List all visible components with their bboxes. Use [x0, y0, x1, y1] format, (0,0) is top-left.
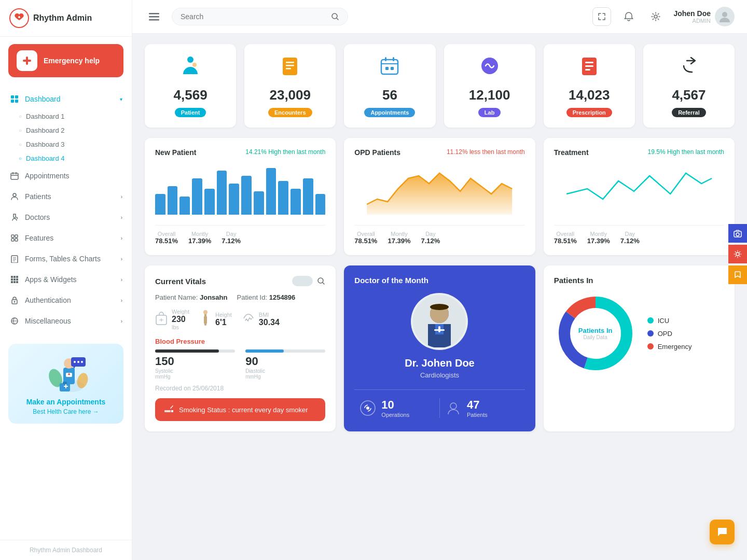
chart-stat-day-2: Day 7.12%	[421, 231, 440, 245]
sidebar-item-dashboard[interactable]: Dashboard ▾	[0, 89, 132, 109]
weight-details: Weight 230 lbs	[172, 309, 189, 330]
svg-rect-23	[16, 281, 18, 283]
svg-rect-62	[585, 65, 593, 67]
hamburger-button[interactable]	[145, 7, 163, 26]
systolic-value: 150	[155, 355, 235, 368]
dashboard-label: Dashboard	[25, 95, 115, 103]
bar-6	[217, 171, 227, 215]
bar-7	[229, 184, 239, 215]
emergency-label: Emergency	[658, 343, 692, 351]
svg-rect-8	[11, 173, 18, 179]
forms-chevron: ›	[121, 256, 122, 262]
stat-card-prescription: 14,023 Prescription	[544, 44, 635, 128]
charts-row: New Patient 14.21% High then last month	[145, 138, 735, 255]
search-input[interactable]	[181, 12, 327, 21]
svg-point-37	[81, 361, 83, 363]
user-name: Johen Doe	[673, 9, 711, 18]
chart-overall-val-2: 78.51%	[354, 237, 377, 245]
svg-point-77	[430, 304, 449, 310]
vitals-toggle[interactable]	[292, 276, 313, 286]
svg-rect-68	[204, 316, 207, 324]
user-avatar[interactable]	[715, 7, 735, 26]
chart-monthly-val-3: 17.39%	[587, 237, 610, 245]
appointments-icon	[9, 171, 20, 181]
prescription-value: 14,023	[552, 87, 627, 103]
svg-rect-22	[13, 281, 16, 283]
lab-stat-icon	[452, 54, 527, 82]
svg-point-50	[192, 63, 197, 67]
svg-rect-11	[15, 235, 18, 237]
treatment-chart: Treatment 19.5% High then last month Ove…	[544, 138, 735, 255]
svg-rect-31	[69, 373, 70, 375]
legend-opd: OPD	[647, 330, 692, 338]
dashboard-sub-4[interactable]: Dashboard 4	[19, 151, 132, 165]
vitals-title: Current Vitals	[155, 277, 206, 286]
diastolic-bar: 90 DiastolicmmHg	[245, 349, 325, 380]
svg-rect-54	[286, 68, 291, 69]
sidebar-item-appointments[interactable]: Appointments	[0, 165, 132, 186]
svg-rect-75	[438, 326, 440, 332]
patients-in-title: Patients In	[554, 276, 724, 285]
sidebar-item-features[interactable]: Features ›	[0, 228, 132, 248]
chart-day-val-2: 7.12%	[421, 237, 440, 245]
features-label: Features	[25, 234, 116, 242]
systolic-track	[155, 349, 235, 353]
doctor-card: Doctor of the Month Dr. Johen Doe Cardio	[344, 265, 535, 431]
legend: ICU OPD Emergency	[647, 317, 692, 351]
chart-stats-3: Overall 78.51% Montly 17.39% Day 7.12%	[554, 225, 724, 245]
bar-chart-area	[155, 163, 325, 220]
promo-sub[interactable]: Best Helth Care here →	[17, 408, 115, 415]
prescription-stat-icon	[552, 54, 627, 82]
sidebar-item-apps[interactable]: Apps & Widgets ›	[0, 269, 132, 290]
expand-button[interactable]	[592, 7, 611, 26]
sidebar-item-misc[interactable]: Miscellaneous ›	[0, 311, 132, 331]
bar-9	[254, 191, 264, 215]
float-btn-camera[interactable]	[728, 224, 747, 243]
treatment-chart-svg	[554, 163, 724, 215]
logo-area: Rhythm Admin	[0, 0, 132, 37]
height-value: 6'1	[215, 318, 232, 327]
operations-label: Operations	[381, 412, 409, 418]
donut-center-title: Patients In	[578, 327, 613, 334]
dashboard-sub-1[interactable]: Dashboard 1	[19, 109, 132, 123]
svg-rect-43	[149, 13, 159, 15]
svg-rect-6	[11, 100, 14, 103]
bar-1	[155, 194, 165, 215]
apps-icon	[9, 274, 20, 285]
legend-icu: ICU	[647, 317, 692, 325]
new-patient-chart: New Patient 14.21% High then last month	[145, 138, 336, 255]
bell-button[interactable]	[619, 7, 638, 26]
sidebar-item-forms[interactable]: Forms, Tables & Charts ›	[0, 248, 132, 269]
bar-chart	[155, 163, 325, 215]
chart-monthly-val-2: 17.39%	[388, 237, 410, 245]
operations-details: 10 Operations	[381, 398, 409, 418]
svg-rect-12	[11, 239, 14, 241]
emergency-button[interactable]: Emergency help	[8, 44, 123, 77]
opd-label: OPD	[658, 330, 672, 338]
auth-icon	[9, 295, 20, 305]
sidebar-item-doctors[interactable]: Doctors ›	[0, 207, 132, 228]
dashboard-sub-3[interactable]: Dashboard 3	[19, 137, 132, 151]
sidebar-item-patients[interactable]: Patients ›	[0, 186, 132, 207]
gear-button[interactable]	[646, 7, 665, 26]
dashboard-sub-2[interactable]: Dashboard 2	[19, 123, 132, 137]
features-chevron: ›	[121, 235, 122, 241]
height-icon	[200, 310, 211, 329]
chat-float-button[interactable]	[710, 520, 735, 544]
float-btn-settings[interactable]	[728, 245, 747, 263]
chart-header-3: Treatment 19.5% High then last month	[554, 148, 724, 157]
vitals-card: Current Vitals Patient Name: Jonsahn Pat…	[145, 265, 336, 431]
chart-stats-2: Overall 78.51% Montly 17.39% Day 7.12%	[354, 225, 524, 245]
stats-row: 4,569 Patient 23,009 Encounters	[145, 44, 735, 128]
forms-label: Forms, Tables & Charts	[25, 255, 116, 263]
svg-rect-15	[11, 276, 13, 278]
appointments-stat-icon	[352, 54, 427, 82]
icu-label: ICU	[658, 317, 669, 325]
sidebar-item-authentication[interactable]: Authentication ›	[0, 290, 132, 311]
svg-rect-53	[286, 65, 294, 66]
misc-label: Miscellaneous	[25, 317, 116, 325]
chart-overall-val-3: 78.51%	[554, 237, 577, 245]
vitals-search-icon[interactable]	[317, 277, 325, 285]
doctor-divider	[354, 389, 524, 390]
float-btn-bookmark[interactable]	[728, 265, 747, 284]
